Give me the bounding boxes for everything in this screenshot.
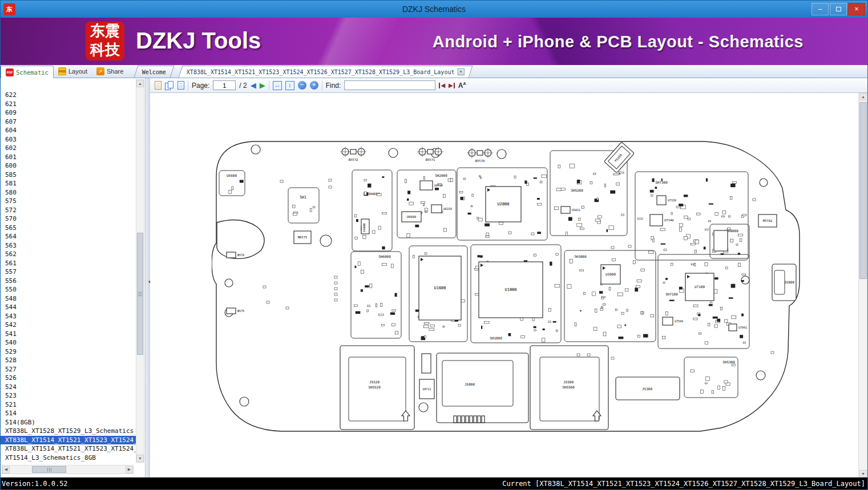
find-next-button[interactable]: ▶ bbox=[449, 82, 455, 88]
list-item[interactable]: 561 bbox=[5, 259, 136, 268]
svg-text:U9711: U9711 bbox=[422, 387, 431, 391]
facing-pages-icon[interactable] bbox=[177, 81, 184, 90]
svg-text:M5702: M5702 bbox=[763, 219, 773, 222]
tab-layout[interactable]: PADS Layout bbox=[54, 65, 92, 78]
list-item[interactable]: 523 bbox=[5, 391, 136, 400]
svg-text:SH5300: SH5300 bbox=[722, 360, 735, 364]
scroll-left-icon[interactable]: ◀ bbox=[2, 466, 10, 473]
list-item[interactable]: 570 bbox=[5, 214, 136, 224]
scroll-up-icon[interactable]: ▲ bbox=[859, 93, 867, 100]
list-item[interactable]: 543 bbox=[5, 312, 136, 321]
sidebar-hscroll-thumb[interactable] bbox=[32, 466, 66, 473]
fit-width-icon[interactable]: ↔ bbox=[273, 81, 282, 90]
sidebar-hscrollbar[interactable]: ◀ ▶ bbox=[2, 465, 134, 474]
list-item[interactable]: 528 bbox=[5, 356, 136, 365]
fit-page-icon[interactable]: ↕ bbox=[285, 81, 294, 90]
find-prev-button[interactable]: ◀ bbox=[439, 82, 445, 88]
tab-welcome[interactable]: Welcome bbox=[134, 66, 175, 78]
main-vscroll-thumb[interactable] bbox=[859, 102, 867, 279]
list-item[interactable]: 602 bbox=[5, 144, 136, 153]
page-label: Page: bbox=[192, 82, 209, 90]
tab-layout-label: Layout bbox=[68, 68, 87, 75]
app-window: 东 DZKJ Schematics – × 东震 科技 DZKJ Tools A… bbox=[0, 0, 868, 490]
svg-text:SH7100: SH7100 bbox=[665, 292, 678, 296]
list-item[interactable]: XT838L_XT1528_XT1529_L3_Schematics bbox=[5, 427, 136, 436]
logo-line1: 东震 bbox=[86, 22, 124, 41]
list-item[interactable]: 622 bbox=[5, 91, 136, 100]
main-vscrollbar[interactable]: ▲ ▼ bbox=[858, 93, 867, 477]
zoom-out-icon[interactable]: − bbox=[298, 81, 306, 90]
tab-schematic[interactable]: PDF Schematic bbox=[1, 66, 54, 78]
maximize-button[interactable] bbox=[830, 3, 847, 15]
list-item[interactable]: 564 bbox=[5, 232, 136, 241]
list-item[interactable]: 563 bbox=[5, 241, 136, 250]
scroll-right-icon[interactable]: ▶ bbox=[126, 466, 133, 473]
svg-text:J5000: J5000 bbox=[784, 280, 794, 284]
list-item[interactable]: 603 bbox=[5, 135, 136, 144]
list-item[interactable]: 550 bbox=[5, 285, 136, 294]
tab-board-layout-label: XT838L_XT1514_XT1521_XT1523_XT1524_XT152… bbox=[187, 69, 455, 75]
list-item[interactable]: 565 bbox=[5, 224, 136, 233]
list-item[interactable]: 572 bbox=[5, 206, 136, 215]
list-item[interactable]: XT838L_XT1514_XT1521_XT1523_XT1524_XT1 bbox=[1, 436, 136, 445]
list-item[interactable]: 575 bbox=[5, 197, 136, 206]
list-item[interactable]: 604 bbox=[5, 126, 136, 135]
list-item[interactable]: 600 bbox=[5, 161, 136, 171]
find-input[interactable] bbox=[344, 80, 435, 90]
splitter[interactable] bbox=[146, 78, 150, 477]
list-item[interactable]: 580 bbox=[5, 188, 136, 197]
list-item[interactable]: 527 bbox=[5, 365, 136, 374]
list-item[interactable]: 585 bbox=[5, 171, 136, 180]
list-item[interactable]: 514 bbox=[5, 409, 136, 418]
close-icon: × bbox=[854, 5, 858, 13]
list-item[interactable]: 540 bbox=[5, 338, 136, 347]
scroll-up-icon[interactable]: ▲ bbox=[136, 80, 144, 87]
banner: 东震 科技 DZKJ Tools Android + iPhone & PCB … bbox=[1, 18, 867, 65]
text-size-icon[interactable]: AA bbox=[458, 82, 466, 90]
status-bar: Version:1.0.0.52 Current [XT838L_XT1514_… bbox=[1, 477, 867, 489]
svg-text:SH5500: SH5500 bbox=[562, 385, 575, 389]
logo-line2: 科技 bbox=[86, 41, 124, 59]
tab-bar: PDF Schematic PADS Layout ↗ Share Welcom… bbox=[1, 65, 867, 78]
sidebar-vscroll-thumb[interactable] bbox=[137, 233, 143, 355]
list-item[interactable]: 544 bbox=[5, 303, 136, 312]
list-item[interactable]: 562 bbox=[5, 250, 136, 259]
single-page-icon[interactable] bbox=[155, 81, 162, 90]
list-item[interactable]: 529 bbox=[5, 347, 136, 357]
list-item[interactable]: 607 bbox=[5, 118, 136, 127]
list-item[interactable]: 609 bbox=[5, 108, 136, 118]
sidebar-vscrollbar[interactable]: ▲ ▼ bbox=[136, 79, 144, 463]
list-item[interactable]: 556 bbox=[5, 277, 136, 286]
close-tab-icon[interactable]: × bbox=[458, 68, 465, 75]
list-item[interactable]: 621 bbox=[5, 100, 136, 109]
list-item[interactable]: 601 bbox=[5, 153, 136, 162]
scroll-down-icon[interactable]: ▼ bbox=[136, 455, 144, 462]
list-item[interactable]: 557 bbox=[5, 268, 136, 277]
list-item[interactable]: 541 bbox=[5, 330, 136, 339]
next-page-button[interactable]: ▶ bbox=[260, 82, 265, 89]
list-item[interactable]: 521 bbox=[5, 400, 136, 410]
multi-page-icon[interactable] bbox=[165, 81, 174, 90]
list-item[interactable]: 526 bbox=[5, 374, 136, 383]
list-item[interactable]: XT838L_XT1514_XT1521_XT1523_XT1524_XT1 bbox=[5, 444, 136, 453]
list-item[interactable]: 542 bbox=[5, 321, 136, 330]
pdf-viewport[interactable]: U5600SH1SH4600SH2000SH5200SH7300SH8000SH… bbox=[150, 93, 867, 477]
list-item[interactable]: 514(8GB) bbox=[5, 418, 136, 427]
zoom-in-icon[interactable]: + bbox=[310, 81, 318, 90]
tab-welcome-label: Welcome bbox=[142, 69, 166, 75]
list-item[interactable]: XT1514_L3_Schematics_8GB bbox=[5, 453, 136, 463]
svg-text:J5300: J5300 bbox=[642, 387, 652, 391]
close-button[interactable]: × bbox=[848, 3, 865, 15]
svg-text:SH1: SH1 bbox=[300, 195, 306, 200]
page-input[interactable] bbox=[213, 80, 236, 90]
tab-board-layout[interactable]: XT838L_XT1514_XT1521_XT1523_XT1524_XT152… bbox=[179, 66, 473, 78]
tab-share[interactable]: ↗ Share bbox=[92, 65, 128, 78]
banner-tagline: Android + iPhone & PCB Layout - Schemati… bbox=[433, 32, 804, 51]
prev-page-button[interactable]: ◀ bbox=[251, 82, 256, 89]
list-item[interactable]: 548 bbox=[5, 294, 136, 303]
minimize-button[interactable]: – bbox=[812, 3, 829, 15]
list-item[interactable]: 581 bbox=[5, 179, 136, 188]
list-item[interactable]: 524 bbox=[5, 383, 136, 392]
svg-text:B578: B578 bbox=[237, 253, 244, 257]
scroll-down-icon[interactable]: ▼ bbox=[859, 470, 867, 477]
